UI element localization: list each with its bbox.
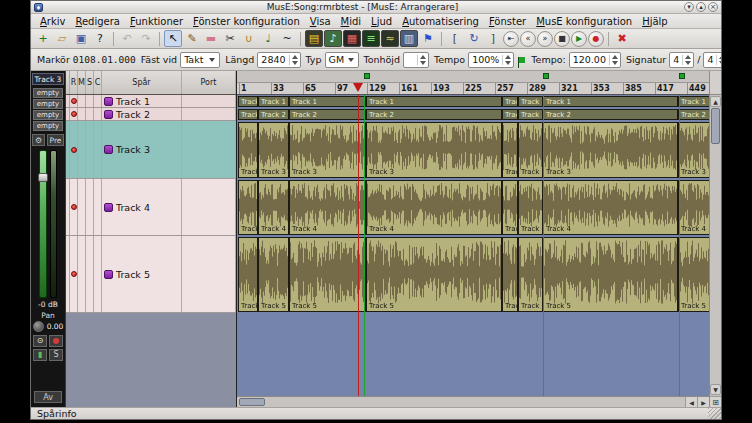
solo-cell[interactable] — [86, 121, 94, 178]
part-track-4-5[interactable]: Track 4 — [502, 180, 518, 235]
playhead-marker-icon[interactable] — [353, 83, 363, 92]
track-list-empty-area[interactable] — [66, 313, 236, 407]
part-track-2-7[interactable]: Track 2 — [543, 109, 678, 120]
track-name-cell[interactable]: Track 5 — [102, 236, 182, 312]
ruler-timeline[interactable]: 1336597129161193225257289321353385417449 — [237, 83, 709, 95]
titlebar[interactable]: ♦ MusE:Song:rmrbtest - [MusE: Arrangerar… — [31, 1, 721, 14]
record-arm-cell[interactable] — [70, 236, 78, 312]
pointer-tool-icon[interactable]: ↖ — [164, 30, 182, 47]
menu-automatisering[interactable]: Automatisering — [397, 16, 484, 27]
part-track-3-4[interactable]: Track 3 — [366, 122, 502, 178]
power-button[interactable]: ⊙ — [33, 335, 47, 347]
menu-ljud[interactable]: Ljud — [366, 16, 397, 27]
spinner-arrows-icon[interactable] — [417, 55, 426, 65]
punch-in-icon[interactable]: [ — [446, 30, 464, 47]
track-name-cell[interactable]: Track 3 — [102, 121, 182, 178]
scissors-tool-icon[interactable]: ✂ — [221, 30, 239, 47]
pan-knob[interactable] — [33, 321, 44, 332]
part-track-4-8[interactable]: Track 4 — [678, 180, 709, 235]
marker-flag-icon[interactable] — [364, 73, 370, 79]
record-arm-cell[interactable] — [70, 95, 78, 107]
play-icon[interactable]: ▶ — [571, 31, 587, 47]
tempo-scale-spinbox[interactable]: 100% — [468, 52, 514, 68]
scroll-down-icon[interactable]: ▼ — [710, 384, 721, 395]
track-port-cell[interactable] — [182, 236, 236, 312]
horizontal-scrollbar[interactable]: ◀ ▶ — [237, 396, 709, 407]
part-track-5-2[interactable]: Track 5 — [258, 237, 289, 312]
part-track-1-2[interactable]: Track 1 — [258, 96, 289, 107]
track-port-cell[interactable] — [182, 121, 236, 178]
mute-cell[interactable] — [78, 95, 86, 107]
undo-icon[interactable]: ↶ — [118, 30, 136, 47]
part-track-5-8[interactable]: Track 5 — [678, 237, 709, 312]
part-track-2-4[interactable]: Track 2 — [366, 109, 502, 120]
part-track-5-4[interactable]: Track 5 — [366, 237, 502, 312]
menu-midi[interactable]: Midi — [336, 16, 367, 27]
part-track-3-5[interactable]: Track 3 — [502, 122, 518, 178]
effect-slot-3[interactable]: empty — [33, 110, 63, 120]
track-port-cell[interactable] — [182, 95, 236, 107]
close-button[interactable]: × — [708, 2, 718, 12]
track-row-track-5[interactable]: Track 5 — [66, 236, 236, 313]
marker-flag-icon[interactable] — [543, 73, 549, 79]
spinner-arrows-icon[interactable] — [682, 55, 691, 65]
gear-icon[interactable]: ⚙ — [32, 134, 45, 146]
rewind-icon[interactable]: « — [520, 31, 536, 47]
menu-muse-konfiguration[interactable]: MusE konfiguration — [531, 16, 637, 27]
track-row-track-4[interactable]: Track 4 — [66, 179, 236, 236]
arranger-empty-area[interactable] — [237, 313, 709, 396]
spinner-arrows-icon[interactable] — [502, 55, 511, 65]
part-track-2-1[interactable]: Track 2 — [238, 109, 258, 120]
part-track-2-6[interactable]: Track 2 — [518, 109, 543, 120]
length-spinbox[interactable]: 2840 — [257, 52, 300, 68]
marker-icon[interactable]: ⚑ — [419, 30, 437, 47]
whats-this-icon[interactable]: ? — [91, 30, 109, 47]
part-track-4-3[interactable]: Track 4 — [289, 180, 366, 235]
part-track-5-3[interactable]: Track 5 — [289, 237, 366, 312]
panic-icon[interactable]: ✖ — [613, 30, 631, 47]
spinner-arrows-icon[interactable] — [289, 55, 298, 65]
effect-slot-4[interactable]: empty — [33, 121, 63, 131]
tempo-flag-button[interactable] — [517, 52, 526, 67]
mute-cell[interactable] — [78, 236, 86, 312]
part-track-4-7[interactable]: Track 4 — [543, 180, 678, 235]
part-track-2-2[interactable]: Track 2 — [258, 109, 289, 120]
type-select[interactable]: GM — [325, 52, 359, 68]
fader-handle[interactable] — [38, 173, 48, 182]
window-app-icon[interactable]: ♦ — [34, 3, 43, 12]
track-row-track-3[interactable]: Track 3 — [66, 121, 236, 179]
part-track-4-4[interactable]: Track 4 — [366, 180, 502, 235]
solo-cell[interactable] — [86, 95, 94, 107]
glue-tool-icon[interactable]: ∪ — [240, 30, 258, 47]
track-name-cell[interactable]: Track 4 — [102, 179, 182, 235]
marker-flag-icon[interactable] — [679, 73, 685, 79]
part-track-3-7[interactable]: Track 3 — [543, 122, 678, 178]
scroll-up-icon[interactable]: ▲ — [710, 96, 721, 107]
vertical-scrollbar[interactable]: ▲ ▼ ⊞ — [709, 71, 721, 407]
part-track-2-8[interactable]: Track 2 — [678, 109, 709, 120]
record-arm-cell[interactable] — [70, 179, 78, 235]
v-scrollbar-thumb[interactable] — [711, 108, 720, 144]
wave-editor-icon[interactable]: ≈ — [381, 30, 399, 47]
maximize-button[interactable]: ▴ — [696, 2, 706, 12]
track-name-cell[interactable]: Track 1 — [102, 95, 182, 107]
redo-icon[interactable]: ↷ — [137, 30, 155, 47]
record-arm-cell[interactable] — [70, 121, 78, 178]
mute-cell[interactable] — [78, 121, 86, 178]
mute-strip-button[interactable]: ▮ — [33, 349, 47, 361]
snap-select[interactable]: Takt — [180, 52, 220, 68]
strip-track-name[interactable]: Track 3 — [32, 73, 64, 85]
pre-button[interactable]: Pre — [47, 134, 64, 146]
list-editor-icon[interactable]: ≡ — [362, 30, 380, 47]
forward-icon[interactable]: » — [537, 31, 553, 47]
goto-start-icon[interactable]: ⇤ — [503, 31, 519, 47]
ruler-marker-row[interactable] — [237, 71, 709, 83]
part-track-5-6[interactable]: Track 5 — [518, 237, 543, 312]
score-editor-icon[interactable]: ♪ — [324, 30, 342, 47]
part-track-5-7[interactable]: Track 5 — [543, 237, 678, 312]
save-file-icon[interactable]: ▣ — [72, 30, 90, 47]
track-row-track-2[interactable]: Track 2 — [66, 108, 236, 121]
part-track-3-1[interactable]: Track 3 — [238, 122, 258, 178]
v-scrollbar-track[interactable] — [710, 144, 721, 383]
eraser-tool-icon[interactable]: ▬ — [202, 30, 220, 47]
